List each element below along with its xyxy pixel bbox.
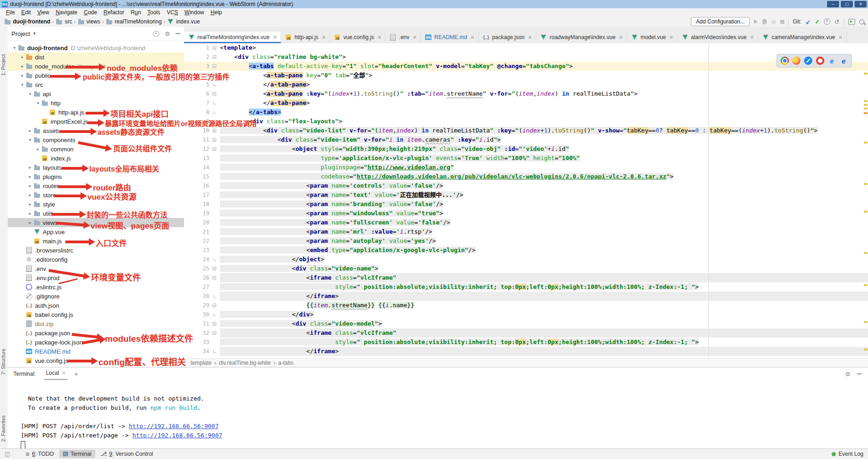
git-update-icon[interactable]: ↙ [805,18,811,25]
warning-stripe-mark[interactable] [864,73,868,75]
warning-stripe-mark[interactable] [864,284,868,286]
editor-tab-.env[interactable]: .env✕ [385,32,421,43]
menu-run[interactable]: Run [127,9,144,16]
run-anything-icon[interactable] [848,19,855,25]
code-line-2[interactable]: 2 <div class="realTime bg-white"> [184,52,868,62]
code-line-13[interactable]: 13 type='application/x-vlc-plugin' event… [184,154,868,163]
chevron-icon[interactable]: ▸ [27,174,33,179]
tool-window-project[interactable]: 1: Project [0,54,6,75]
stop-icon[interactable] [780,20,784,24]
chevron-icon[interactable]: ▾ [11,46,17,50]
statusbar-6--todo[interactable]: ≣6: TODO [22,450,57,458]
tree-item-router[interactable]: ▸router [8,181,184,190]
menu-navigate[interactable]: Navigate [52,9,80,16]
tree-item-public[interactable]: ▸public [8,71,184,80]
tree-item-layouts[interactable]: ▸layouts [8,163,184,172]
firefox-icon[interactable] [792,57,800,65]
code-line-4[interactable]: 4 <a-tab-pane key="0" tab="全部"> [184,71,868,80]
tree-item-nodemodules[interactable]: ▸node_moduleslibrary root [8,62,184,71]
project-panel-title[interactable]: Project [11,30,30,37]
tool-window-structure[interactable]: 7: Structure [0,349,6,375]
chevron-down-icon[interactable]: ▼ [32,31,36,36]
add-configuration-button[interactable]: Add Configuration... [691,17,750,26]
tree-item-assets[interactable]: ▸assets [8,126,184,135]
editor-tab-alarmVideos-index.vue[interactable]: alarmVideos\index.vue✕ [678,32,758,43]
code-line-25[interactable]: 25 <div class="video-name"> [184,264,868,273]
code-line-6[interactable]: 6 <a-tab-pane :key="(index+1).toString()… [184,89,868,98]
ie-icon[interactable]: e [828,57,836,65]
tree-item-style[interactable]: ▸style [8,200,184,209]
close-tab-icon[interactable]: ✕ [413,34,417,40]
editor-breadcrumb-item[interactable]: a-tabs [278,360,293,366]
rollback-icon[interactable]: ↺ [834,18,839,25]
editor-breadcrumb-item[interactable]: template [190,360,212,366]
code-line-10[interactable]: 10 <div class="video-list" v-for="(item,… [184,126,868,135]
minimize-button[interactable]: ─ [827,1,839,7]
warning-stripe-mark[interactable] [864,104,868,106]
chevron-icon[interactable]: ▸ [19,64,25,69]
chevron-icon[interactable]: ▸ [27,211,33,216]
editor-tab-realTimeMonitoring-index.vue[interactable]: realTimeMonitoring\index.vue✕ [184,32,281,43]
code-line-5[interactable]: 5 </a-tab-pane> [184,80,868,89]
close-tab-icon[interactable]: ✕ [471,34,475,40]
tree-item-.eslintrc.js[interactable]: .eslintrc.js [8,282,184,292]
warning-stripe-mark[interactable] [864,108,868,109]
code-line-8[interactable]: 8 </a-tabs> [184,108,868,117]
chevron-icon[interactable]: ▸ [19,55,25,59]
new-terminal-button[interactable]: + [74,370,78,378]
chevron-icon[interactable]: ▾ [19,82,25,87]
chevron-icon[interactable]: ▸ [27,202,33,207]
code-line-3[interactable]: 3 <a-tabs default-active-key="1" slot="h… [184,62,868,71]
menu-vcs[interactable]: VCS [163,9,181,16]
breadcrumb-item[interactable]: views [77,18,100,25]
code-line-30[interactable]: 30 </div> [184,310,868,319]
tree-item-App.vue[interactable]: App.vue [8,227,184,236]
tree-item-package-lock.json[interactable]: {..}package-lock.json [8,338,184,347]
chevron-icon[interactable]: ▾ [27,92,33,96]
chevron-icon[interactable]: ▸ [27,184,33,188]
code-line-15[interactable]: 15 codebase="http://downloads.videolan.o… [184,172,868,181]
code-line-23[interactable]: 23 <embed type="application/x-google-vlc… [184,246,868,255]
opera-icon[interactable] [816,57,824,65]
warning-stripe-mark[interactable] [864,100,868,102]
statusbar-9--version-control[interactable]: ⎇9: Version Control [97,450,157,458]
tree-item-src[interactable]: ▾src [8,80,184,89]
chrome-icon[interactable] [781,57,789,65]
search-everywhere-icon[interactable] [859,19,864,24]
code-line-28[interactable]: 28 </iframe> [184,292,868,301]
history-icon[interactable] [824,18,830,25]
chevron-icon[interactable]: ▸ [27,193,33,197]
menu-view[interactable]: View [34,9,52,16]
safari-icon[interactable] [804,57,812,65]
tree-item-utils[interactable]: ▸utils [8,209,184,218]
code-line-9[interactable]: 9 <div class="flex-layouts"> [184,117,868,126]
code-line-31[interactable]: 31 <div class="video-model"> [184,319,868,328]
warning-stripe-mark[interactable] [864,142,868,143]
locate-file-icon[interactable] [153,31,159,37]
warning-stripe-mark[interactable] [864,112,868,114]
tree-item-README.md[interactable]: MDREADME.md [8,347,184,356]
menu-help[interactable]: Help [207,9,225,16]
code-line-20[interactable]: 20 <param name='fullscreen' value='false… [184,218,868,227]
close-tab-icon[interactable]: ✕ [377,34,381,40]
tree-item-duoji-frontend[interactable]: ▾duoji-frontendD:\zheheWeb\duoji-fronten… [8,43,184,52]
tool-window-favorites[interactable]: 2: Favorites [0,415,6,442]
code-line-24[interactable]: 24 </object> [184,255,868,264]
tree-item-http[interactable]: ▾http [8,98,184,108]
terminal-settings-icon[interactable]: ⚙ [845,371,851,377]
breadcrumb-item[interactable]: duoji-frontend [4,18,50,25]
close-tab-icon[interactable]: ✕ [750,34,754,40]
debug-icon[interactable] [762,19,767,24]
editor-tab-cameraManage-index.vue[interactable]: cameraManage\index.vue✕ [758,32,846,43]
menu-window[interactable]: Window [181,9,207,16]
tree-item-plugins[interactable]: ▸plugins [8,172,184,181]
hide-panel-icon[interactable] [176,33,180,34]
terminal-hide-icon[interactable] [857,373,862,374]
tree-item-.browserslistrc[interactable]: .browserslistrc [8,246,184,255]
tree-item-index.js[interactable]: JSindex.js [8,154,184,163]
code-line-14[interactable]: 14 pluginspage="http://www.videolan.org" [184,163,868,172]
chevron-icon[interactable]: ▸ [35,147,41,151]
chevron-icon[interactable]: ▸ [27,165,33,170]
tree-item-importExcel.js[interactable]: JSimportExcel.js [8,117,184,126]
code-line-7[interactable]: 7 </a-tab-pane> [184,98,868,108]
